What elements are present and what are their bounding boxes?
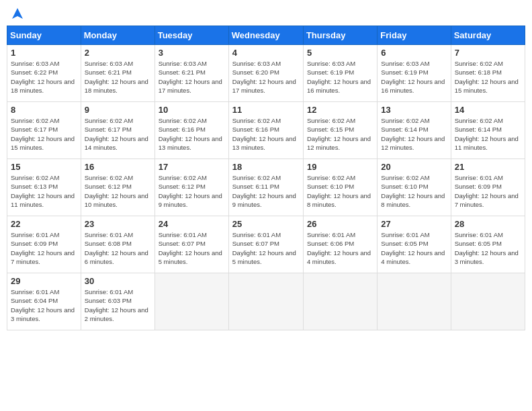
logo xyxy=(9,7,24,20)
day-number: 29 xyxy=(11,276,77,286)
day-info: Sunrise: 6:02 AMSunset: 6:17 PMDaylight:… xyxy=(11,116,77,152)
day-info: Sunrise: 6:02 AMSunset: 6:11 PMDaylight:… xyxy=(232,173,300,209)
day-info: Sunrise: 6:02 AMSunset: 6:10 PMDaylight:… xyxy=(381,173,447,209)
calendar-cell: 16 Sunrise: 6:02 AMSunset: 6:12 PMDaylig… xyxy=(81,159,154,216)
day-info: Sunrise: 6:02 AMSunset: 6:15 PMDaylight:… xyxy=(307,116,373,152)
calendar-week-row: 8 Sunrise: 6:02 AMSunset: 6:17 PMDayligh… xyxy=(7,102,525,159)
day-of-week-header: Wednesday xyxy=(228,26,303,45)
day-info: Sunrise: 6:03 AMSunset: 6:19 PMDaylight:… xyxy=(307,59,373,95)
day-of-week-header: Tuesday xyxy=(154,26,228,45)
day-of-week-header: Friday xyxy=(378,26,451,45)
calendar-cell xyxy=(378,273,451,330)
day-number: 6 xyxy=(381,48,447,58)
day-info: Sunrise: 6:02 AMSunset: 6:14 PMDaylight:… xyxy=(455,116,521,152)
calendar-cell: 22 Sunrise: 6:01 AMSunset: 6:09 PMDaylig… xyxy=(7,216,81,273)
day-info: Sunrise: 6:02 AMSunset: 6:12 PMDaylight:… xyxy=(159,173,225,209)
calendar-cell: 13 Sunrise: 6:02 AMSunset: 6:14 PMDaylig… xyxy=(378,102,451,159)
day-number: 4 xyxy=(232,48,300,58)
calendar-cell: 26 Sunrise: 6:01 AMSunset: 6:06 PMDaylig… xyxy=(303,216,377,273)
calendar-cell: 17 Sunrise: 6:02 AMSunset: 6:12 PMDaylig… xyxy=(154,159,228,216)
day-number: 12 xyxy=(307,105,373,115)
day-number: 23 xyxy=(85,219,151,229)
day-number: 26 xyxy=(307,219,373,229)
calendar-cell: 6 Sunrise: 6:03 AMSunset: 6:19 PMDayligh… xyxy=(378,45,451,102)
calendar-cell: 25 Sunrise: 6:01 AMSunset: 6:07 PMDaylig… xyxy=(228,216,303,273)
calendar-cell: 30 Sunrise: 6:01 AMSunset: 6:03 PMDaylig… xyxy=(81,273,154,330)
day-number: 8 xyxy=(11,105,77,115)
day-info: Sunrise: 6:02 AMSunset: 6:14 PMDaylight:… xyxy=(381,116,447,152)
calendar-cell: 23 Sunrise: 6:01 AMSunset: 6:08 PMDaylig… xyxy=(81,216,154,273)
day-number: 14 xyxy=(455,105,521,115)
day-number: 25 xyxy=(232,219,300,229)
day-number: 28 xyxy=(455,219,521,229)
day-info: Sunrise: 6:01 AMSunset: 6:04 PMDaylight:… xyxy=(11,287,77,323)
day-number: 20 xyxy=(381,162,447,172)
day-info: Sunrise: 6:01 AMSunset: 6:07 PMDaylight:… xyxy=(232,230,300,266)
day-number: 9 xyxy=(85,105,151,115)
day-number: 10 xyxy=(159,105,225,115)
day-info: Sunrise: 6:03 AMSunset: 6:22 PMDaylight:… xyxy=(11,59,77,95)
day-number: 2 xyxy=(85,48,151,58)
calendar-cell: 2 Sunrise: 6:03 AMSunset: 6:21 PMDayligh… xyxy=(81,45,154,102)
day-number: 16 xyxy=(85,162,151,172)
calendar-header-row: SundayMondayTuesdayWednesdayThursdayFrid… xyxy=(7,26,525,45)
day-number: 11 xyxy=(232,105,300,115)
calendar-cell: 3 Sunrise: 6:03 AMSunset: 6:21 PMDayligh… xyxy=(154,45,228,102)
calendar-week-row: 29 Sunrise: 6:01 AMSunset: 6:04 PMDaylig… xyxy=(7,273,525,330)
calendar-cell: 8 Sunrise: 6:02 AMSunset: 6:17 PMDayligh… xyxy=(7,102,81,159)
calendar-cell xyxy=(228,273,303,330)
calendar-cell: 15 Sunrise: 6:02 AMSunset: 6:13 PMDaylig… xyxy=(7,159,81,216)
day-number: 1 xyxy=(11,48,77,58)
calendar-table: SundayMondayTuesdayWednesdayThursdayFrid… xyxy=(7,26,525,330)
calendar-week-row: 1 Sunrise: 6:03 AMSunset: 6:22 PMDayligh… xyxy=(7,45,525,102)
day-info: Sunrise: 6:01 AMSunset: 6:03 PMDaylight:… xyxy=(85,287,151,323)
calendar-cell: 12 Sunrise: 6:02 AMSunset: 6:15 PMDaylig… xyxy=(303,102,377,159)
day-number: 27 xyxy=(381,219,447,229)
day-of-week-header: Sunday xyxy=(7,26,81,45)
day-info: Sunrise: 6:01 AMSunset: 6:05 PMDaylight:… xyxy=(381,230,447,266)
day-info: Sunrise: 6:01 AMSunset: 6:06 PMDaylight:… xyxy=(307,230,373,266)
day-number: 19 xyxy=(307,162,373,172)
day-info: Sunrise: 6:01 AMSunset: 6:08 PMDaylight:… xyxy=(85,230,151,266)
day-info: Sunrise: 6:01 AMSunset: 6:09 PMDaylight:… xyxy=(455,173,521,209)
day-number: 15 xyxy=(11,162,77,172)
day-number: 5 xyxy=(307,48,373,58)
day-info: Sunrise: 6:02 AMSunset: 6:10 PMDaylight:… xyxy=(307,173,373,209)
day-info: Sunrise: 6:01 AMSunset: 6:05 PMDaylight:… xyxy=(455,230,521,266)
day-number: 3 xyxy=(159,48,225,58)
calendar-cell: 20 Sunrise: 6:02 AMSunset: 6:10 PMDaylig… xyxy=(378,159,451,216)
calendar-cell: 4 Sunrise: 6:03 AMSunset: 6:20 PMDayligh… xyxy=(228,45,303,102)
day-number: 17 xyxy=(159,162,225,172)
day-number: 30 xyxy=(85,276,151,286)
day-number: 13 xyxy=(381,105,447,115)
day-info: Sunrise: 6:03 AMSunset: 6:21 PMDaylight:… xyxy=(159,59,225,95)
calendar-week-row: 22 Sunrise: 6:01 AMSunset: 6:09 PMDaylig… xyxy=(7,216,525,273)
day-number: 24 xyxy=(159,219,225,229)
calendar-cell: 5 Sunrise: 6:03 AMSunset: 6:19 PMDayligh… xyxy=(303,45,377,102)
day-info: Sunrise: 6:02 AMSunset: 6:17 PMDaylight:… xyxy=(85,116,151,152)
calendar-cell: 18 Sunrise: 6:02 AMSunset: 6:11 PMDaylig… xyxy=(228,159,303,216)
day-info: Sunrise: 6:01 AMSunset: 6:09 PMDaylight:… xyxy=(11,230,77,266)
day-info: Sunrise: 6:03 AMSunset: 6:20 PMDaylight:… xyxy=(232,59,300,95)
calendar-cell: 9 Sunrise: 6:02 AMSunset: 6:17 PMDayligh… xyxy=(81,102,154,159)
calendar-cell: 14 Sunrise: 6:02 AMSunset: 6:14 PMDaylig… xyxy=(451,102,525,159)
calendar-cell: 11 Sunrise: 6:02 AMSunset: 6:16 PMDaylig… xyxy=(228,102,303,159)
calendar-cell: 29 Sunrise: 6:01 AMSunset: 6:04 PMDaylig… xyxy=(7,273,81,330)
calendar-cell xyxy=(451,273,525,330)
calendar-cell: 7 Sunrise: 6:02 AMSunset: 6:18 PMDayligh… xyxy=(451,45,525,102)
day-info: Sunrise: 6:02 AMSunset: 6:12 PMDaylight:… xyxy=(85,173,151,209)
day-info: Sunrise: 6:03 AMSunset: 6:19 PMDaylight:… xyxy=(381,59,447,95)
calendar-cell: 21 Sunrise: 6:01 AMSunset: 6:09 PMDaylig… xyxy=(451,159,525,216)
day-of-week-header: Monday xyxy=(81,26,154,45)
svg-marker-0 xyxy=(12,8,23,19)
calendar-cell: 28 Sunrise: 6:01 AMSunset: 6:05 PMDaylig… xyxy=(451,216,525,273)
day-info: Sunrise: 6:02 AMSunset: 6:13 PMDaylight:… xyxy=(11,173,77,209)
day-of-week-header: Saturday xyxy=(451,26,525,45)
logo-icon xyxy=(11,7,24,20)
calendar-cell: 24 Sunrise: 6:01 AMSunset: 6:07 PMDaylig… xyxy=(154,216,228,273)
day-number: 18 xyxy=(232,162,300,172)
calendar-cell: 19 Sunrise: 6:02 AMSunset: 6:10 PMDaylig… xyxy=(303,159,377,216)
calendar-cell: 10 Sunrise: 6:02 AMSunset: 6:16 PMDaylig… xyxy=(154,102,228,159)
page-header xyxy=(7,7,525,20)
day-info: Sunrise: 6:01 AMSunset: 6:07 PMDaylight:… xyxy=(159,230,225,266)
